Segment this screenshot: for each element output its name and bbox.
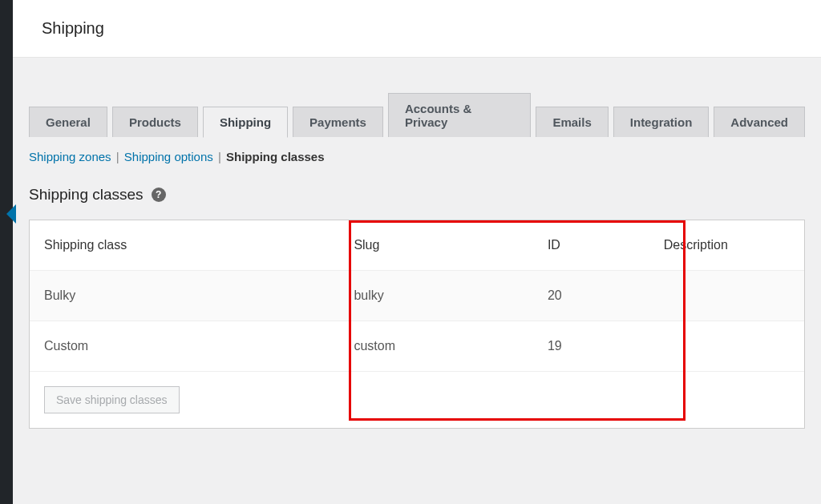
cell-description [649, 271, 804, 321]
cell-id: 19 [533, 321, 649, 372]
cell-slug: bulky [339, 271, 533, 321]
subtab-classes[interactable]: Shipping classes [226, 150, 325, 163]
th-id: ID [533, 220, 649, 271]
table-footer: Save shipping classes [30, 372, 804, 428]
cell-id: 20 [533, 271, 649, 321]
th-slug: Slug [339, 220, 533, 271]
tab-products[interactable]: Products [112, 107, 198, 137]
help-icon[interactable]: ? [152, 187, 166, 202]
settings-tabs: General Products Shipping Payments Accou… [29, 93, 805, 137]
tab-general[interactable]: General [29, 107, 107, 137]
subtab-options[interactable]: Shipping options [124, 150, 213, 163]
th-class: Shipping class [30, 220, 339, 271]
shipping-classes-table: Shipping class Slug ID Description Bulky… [30, 220, 804, 372]
tab-shipping[interactable]: Shipping [203, 107, 288, 138]
admin-sidebar-stub [0, 0, 13, 437]
shipping-classes-panel: Shipping class Slug ID Description Bulky… [29, 220, 805, 429]
table-row[interactable]: Bulky bulky 20 [30, 271, 804, 321]
page-title: Shipping [42, 19, 792, 38]
subtab-separator: | [218, 150, 224, 163]
cell-class: Custom [30, 321, 339, 372]
tab-integration[interactable]: Integration [613, 107, 710, 137]
th-description: Description [649, 220, 804, 271]
tab-payments[interactable]: Payments [293, 107, 383, 137]
subtab-zones[interactable]: Shipping zones [29, 150, 111, 163]
section-heading: Shipping classes ? [29, 186, 805, 204]
tab-advanced[interactable]: Advanced [714, 107, 805, 137]
save-shipping-classes-button[interactable]: Save shipping classes [44, 386, 180, 413]
subtab-separator: | [116, 150, 123, 163]
cell-class: Bulky [30, 271, 339, 321]
table-row[interactable]: Custom custom 19 [30, 321, 804, 372]
page-header: Shipping [13, 0, 821, 58]
cell-description [649, 321, 804, 372]
shipping-subtabs: Shipping zones | Shipping options | Ship… [29, 150, 805, 163]
sidebar-active-pointer [6, 204, 16, 224]
cell-slug: custom [339, 321, 533, 372]
section-title: Shipping classes [29, 186, 144, 204]
table-header-row: Shipping class Slug ID Description [30, 220, 804, 271]
tab-accounts[interactable]: Accounts & Privacy [388, 93, 532, 137]
tab-emails[interactable]: Emails [536, 107, 608, 137]
